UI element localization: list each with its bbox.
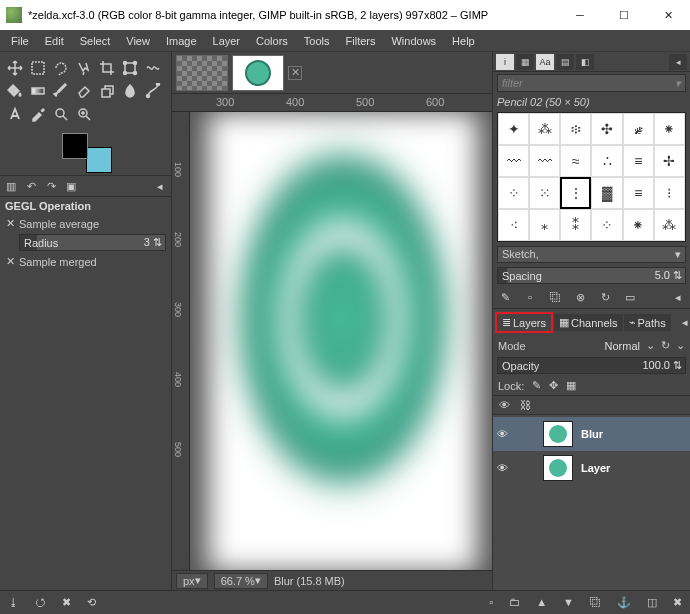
color-picker-tool[interactable] [26,102,49,125]
new-layer-icon[interactable]: ▫ [489,596,493,609]
delete-layer-icon[interactable]: ✖ [673,596,682,609]
color-swatches[interactable] [62,133,112,173]
refresh-brush-icon[interactable]: ↻ [597,289,613,305]
crop-tool[interactable] [95,56,118,79]
layer-row[interactable]: 👁 Layer [493,451,690,485]
merge-down-icon[interactable]: ⚓ [617,596,631,609]
opacity-slider[interactable]: Opacity 100.0 ⇅ [497,357,686,374]
new-brush-icon[interactable]: ▫ [522,289,538,305]
close-button[interactable]: ✕ [646,0,690,30]
spacing-slider[interactable]: Spacing 5.0 ⇅ [497,267,686,284]
switch-icon[interactable]: ↻ [661,339,670,352]
sample-average-close[interactable]: ✕ [5,217,15,230]
brush-tag-input[interactable]: Sketch,▾ [497,246,686,263]
brush-grid[interactable]: ✦⁂፨✣⸙⁕ 〰〰≈∴≡✢ ⁘⁙⋮▓≡⁝ ⁖⁎⁑⁘⁕⁂ [497,112,686,242]
menu-file[interactable]: File [4,33,36,49]
undo-history-tab[interactable]: ↷ [43,178,59,194]
brush-filter-input[interactable]: filter▾ [497,74,686,92]
canvas[interactable] [190,112,492,570]
tool-options-tab[interactable]: ▥ [3,178,19,194]
tab-layers[interactable]: ≣Layers [495,312,553,333]
menu-image[interactable]: Image [159,33,204,49]
gradient-tool[interactable] [26,79,49,102]
dock-menu-icon[interactable]: ◂ [682,316,688,329]
dock-menu-icon[interactable]: ◂ [670,289,686,305]
bg-color-swatch[interactable] [86,147,112,173]
restore-icon[interactable]: ⭯ [35,596,46,609]
open-as-image-icon[interactable]: ▭ [622,289,638,305]
smudge-tool[interactable] [118,79,141,102]
layer-name[interactable]: Layer [581,462,610,474]
gradients-tab[interactable]: ◧ [576,54,594,70]
menu-colors[interactable]: Colors [249,33,295,49]
menu-view[interactable]: View [119,33,157,49]
minimize-button[interactable]: ─ [558,0,602,30]
eraser-tool[interactable] [72,79,95,102]
doc-history-tab[interactable]: ▤ [556,54,574,70]
maximize-button[interactable]: ☐ [602,0,646,30]
tab-channels[interactable]: ▦Channels [554,314,622,331]
fuzzy-select-tool[interactable] [72,56,95,79]
lock-alpha-icon[interactable]: ▦ [566,379,576,392]
rect-select-tool[interactable] [26,56,49,79]
fonts-tab[interactable]: Aa [536,54,554,70]
layer-group-icon[interactable]: 🗀 [509,596,520,609]
layer-row[interactable]: 👁 Blur [493,417,690,451]
menu-tools[interactable]: Tools [297,33,337,49]
layer-name[interactable]: Blur [581,428,603,440]
image-thumb-1[interactable] [176,55,228,91]
lock-position-icon[interactable]: ✥ [549,379,558,392]
mode-selector[interactable]: Normal [532,340,640,352]
dock-menu-icon[interactable]: ◂ [669,54,687,70]
path-tool[interactable] [141,79,164,102]
move-tool[interactable] [3,56,26,79]
clone-tool[interactable] [95,79,118,102]
sample-merged-close[interactable]: ✕ [5,255,15,268]
chevron-down-icon[interactable]: ⌄ [646,339,655,352]
ruler-vertical[interactable]: 100 200 300 400 500 [172,112,190,570]
fg-color-swatch[interactable] [62,133,88,159]
ruler-horizontal[interactable]: 300 400 500 600 [172,94,492,112]
paintbrush-tool[interactable] [49,79,72,102]
lower-layer-icon[interactable]: ▼ [563,596,574,609]
tab-paths[interactable]: ⌁Paths [624,314,671,331]
svg-point-2 [123,61,126,64]
menu-layer[interactable]: Layer [206,33,248,49]
chevron-down-icon[interactable]: ⌄ [676,339,685,352]
free-select-tool[interactable] [49,56,72,79]
duplicate-brush-icon[interactable]: ⿻ [547,289,563,305]
patterns-tab[interactable]: ▦ [516,54,534,70]
menu-select[interactable]: Select [73,33,118,49]
save-icon[interactable]: ⭳ [8,596,19,609]
mask-icon[interactable]: ◫ [647,596,657,609]
text-tool[interactable] [3,102,26,125]
device-status-tab[interactable]: ↶ [23,178,39,194]
reset-icon[interactable]: ⟲ [87,596,96,609]
zoom-selector[interactable]: 66.7 %▾ [214,573,268,589]
unit-selector[interactable]: px ▾ [176,573,208,589]
menu-edit[interactable]: Edit [38,33,71,49]
delete-icon[interactable]: ✖ [62,596,71,609]
raise-layer-icon[interactable]: ▲ [536,596,547,609]
edit-brush-icon[interactable]: ✎ [497,289,513,305]
layer-list[interactable]: 👁 Blur 👁 Layer [493,415,690,590]
dock-menu-icon[interactable]: ◂ [152,178,168,194]
brushes-tab[interactable]: i [496,54,514,70]
menu-filters[interactable]: Filters [339,33,383,49]
lock-pixels-icon[interactable]: ✎ [532,379,541,392]
duplicate-layer-icon[interactable]: ⿻ [590,596,601,609]
menu-help[interactable]: Help [445,33,482,49]
menu-windows[interactable]: Windows [384,33,443,49]
visibility-toggle[interactable]: 👁 [497,428,513,440]
delete-brush-icon[interactable]: ⊗ [572,289,588,305]
visibility-toggle[interactable]: 👁 [497,462,513,474]
images-tab[interactable]: ▣ [63,178,79,194]
zoom-tool[interactable] [72,102,95,125]
image-close-icon[interactable]: ✕ [288,66,302,80]
transform-tool[interactable] [118,56,141,79]
measure-tool[interactable] [49,102,72,125]
image-thumb-2[interactable] [232,55,284,91]
warp-tool[interactable] [141,56,164,79]
bucket-fill-tool[interactable] [3,79,26,102]
radius-slider[interactable]: Radius 3 ⇅ [19,234,166,251]
